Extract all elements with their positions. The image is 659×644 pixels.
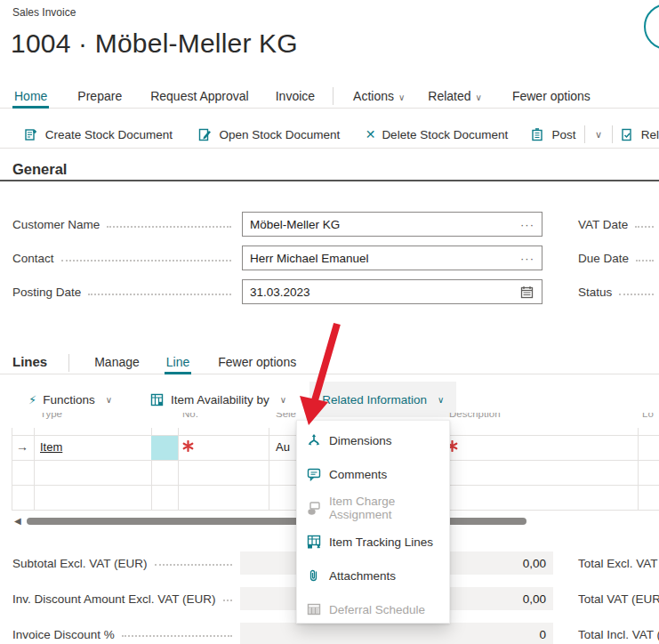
lines-tab-line[interactable]: Line (165, 352, 191, 374)
dotted-leader (619, 281, 654, 294)
document-edit-icon (197, 127, 213, 142)
breadcrumb[interactable]: Sales Invoice (12, 6, 76, 19)
line-cell-fragment[interactable]: Au (276, 440, 290, 454)
document-plus-icon (24, 127, 39, 142)
chevron-down-icon: ∨ (398, 93, 405, 102)
menu-item-deferral-schedule: Deferral Schedule (297, 592, 449, 626)
menu-item-item-tracking-lines[interactable]: Item Tracking Lines (297, 525, 449, 559)
sales-invoice-page: Sales Invoice 1004 · Möbel-Meller KG Hom… (0, 0, 659, 644)
line-type-item-link[interactable]: Item (40, 440, 62, 454)
menu-item-attachments[interactable]: Attachments (297, 559, 449, 592)
create-stock-document-button[interactable]: Create Stock Document (24, 127, 173, 142)
column-header-select: Sele (276, 413, 296, 423)
lines-header: Lines Manage Line Fewer options (0, 352, 659, 374)
contact-field[interactable]: Herr Michael Emanuel ··· (242, 246, 542, 270)
due-date-label: Due Date (578, 252, 629, 265)
dotted-leader (88, 281, 231, 294)
general-section-title: General (12, 161, 67, 178)
tab-home[interactable]: Home (12, 87, 49, 109)
tab-prepare[interactable]: Prepare (76, 87, 124, 109)
total-incl-vat-label-row: Total Incl. VAT ( (578, 623, 659, 644)
availability-grid-icon (149, 392, 165, 407)
total-vat-label-row: Total VAT (EUR) (578, 587, 659, 610)
item-availability-menu-button[interactable]: Item Availability by ∨ (149, 392, 286, 407)
calendar-icon[interactable] (519, 285, 534, 300)
open-stock-document-button[interactable]: Open Stock Document (197, 127, 340, 142)
post-split-chevron-icon[interactable]: ∨ (595, 129, 602, 141)
column-header-location: Lo (642, 413, 659, 423)
menu-item-item-charge-assignment: Item Charge Assignment (297, 491, 449, 525)
posting-date-field[interactable]: 31.03.2023 (242, 279, 542, 304)
column-header-type: Type (40, 413, 93, 423)
comments-icon (306, 467, 321, 482)
subtotal-label-row: Subtotal Excl. VAT (EUR) (12, 551, 237, 575)
ribbon-tabs: Home Prepare Request Approval Invoice Ac… (0, 87, 659, 109)
functions-menu-button[interactable]: ⚡ Functions ∨ (28, 393, 112, 407)
posting-date-label: Posting Date (12, 286, 81, 299)
inv-discount-amount-label-row: Inv. Discount Amount Excl. VAT (EUR) (12, 587, 237, 610)
customer-name-label: Customer Name (12, 218, 100, 231)
status-label-row: Status (578, 279, 659, 304)
deferral-schedule-icon (306, 602, 321, 617)
item-charge-icon (306, 501, 321, 516)
menu-actions[interactable]: Actions∨ (351, 87, 406, 109)
related-information-dropdown: Dimensions Comments Item Charge Assignme… (296, 420, 450, 624)
vat-date-label-row: VAT Date (578, 212, 659, 237)
dimensions-icon (306, 433, 321, 448)
chevron-down-icon: ∨ (106, 395, 112, 405)
selected-cell-highlight[interactable] (151, 436, 178, 460)
total-excl-vat-label-row: Total Excl. VAT (578, 551, 659, 575)
dotted-leader (636, 247, 654, 261)
help-circle-icon[interactable] (644, 4, 659, 50)
attachments-paperclip-icon (306, 568, 321, 584)
related-information-menu-button[interactable]: Related Information ∨ (309, 382, 456, 417)
menu-item-comments[interactable]: Comments (297, 457, 449, 491)
dotted-leader (635, 213, 654, 227)
dotted-leader (223, 589, 232, 601)
lookup-ellipsis-icon[interactable]: ··· (520, 218, 534, 231)
action-divider (612, 125, 613, 143)
lines-fewer-options-button[interactable]: Fewer options (216, 352, 298, 374)
lines-section-title: Lines (12, 354, 47, 369)
action-divider (584, 125, 585, 143)
action-bar: Create Stock Document Open Stock Documen… (0, 121, 659, 149)
tab-invoice[interactable]: Invoice (274, 87, 317, 109)
document-check-icon (620, 127, 635, 142)
lines-tab-manage[interactable]: Manage (92, 352, 141, 374)
vat-date-label: VAT Date (578, 218, 628, 231)
tab-divider (333, 87, 334, 105)
delete-stock-document-button[interactable]: ✕ Delete Stock Document (366, 127, 509, 141)
menu-related[interactable]: Related∨ (426, 87, 484, 109)
inv-discount-amount-label: Inv. Discount Amount Excl. VAT (EUR) (12, 592, 216, 606)
chevron-down-icon: ∨ (280, 395, 286, 405)
column-header-no: No. (182, 413, 236, 423)
lookup-ellipsis-icon[interactable]: ··· (520, 252, 534, 265)
scroll-left-arrow-icon[interactable]: ◀ (14, 516, 21, 526)
item-tracking-icon (306, 535, 321, 550)
customer-name-field[interactable]: Möbel-Meller KG ··· (242, 212, 542, 237)
total-incl-vat-label: Total Incl. VAT ( (578, 628, 659, 641)
subtotal-label: Subtotal Excl. VAT (EUR) (12, 557, 148, 570)
post-button[interactable]: Post (530, 127, 575, 142)
horizontal-scrollbar[interactable] (27, 518, 526, 525)
release-button[interactable]: Rel (620, 127, 659, 142)
dotted-leader (61, 247, 231, 261)
total-vat-label: Total VAT (EUR) (578, 592, 659, 606)
dotted-leader (122, 624, 232, 637)
contact-label: Contact (12, 252, 54, 265)
invoice-discount-pct-label-row: Invoice Discount % (12, 623, 237, 644)
invoice-discount-pct-label: Invoice Discount % (12, 628, 115, 641)
chevron-down-icon: ∨ (438, 395, 444, 405)
status-label: Status (578, 286, 612, 299)
general-section-rule (0, 180, 659, 181)
fewer-options-button[interactable]: Fewer options (510, 87, 592, 109)
menu-item-dimensions[interactable]: Dimensions (297, 423, 449, 457)
chevron-down-icon: ∨ (476, 93, 482, 102)
lightning-icon: ⚡ (28, 393, 36, 407)
dotted-leader (155, 553, 232, 566)
posting-date-label-row: Posting Date (12, 279, 237, 304)
tab-request-approval[interactable]: Request Approval (149, 87, 251, 109)
column-header-description: Description (449, 413, 520, 423)
due-date-label-row: Due Date (578, 246, 659, 270)
active-row-arrow-icon: → (16, 439, 28, 454)
